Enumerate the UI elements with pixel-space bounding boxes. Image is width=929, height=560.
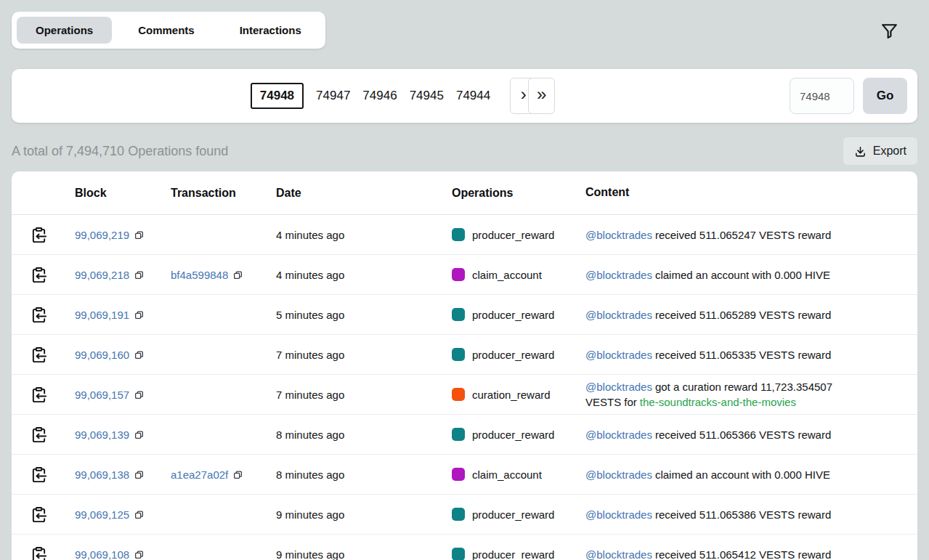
operation-details-button[interactable] xyxy=(31,545,47,560)
last-page-button[interactable]: » xyxy=(528,78,555,114)
block-link[interactable]: 99,069,160 xyxy=(75,349,129,361)
copy-icon[interactable] xyxy=(233,470,243,479)
table-row: 99,069,139 8 minutes ago producer_reward… xyxy=(12,415,917,455)
block-link[interactable]: 99,069,219 xyxy=(75,229,129,241)
content-text: received 511.065289 VESTS reward xyxy=(655,309,831,321)
operation-type-swatch xyxy=(452,228,465,241)
operation-details-button[interactable] xyxy=(31,426,47,444)
table-row: 99,069,125 9 minutes ago producer_reward… xyxy=(12,495,917,535)
account-link[interactable]: @blocktrades xyxy=(585,429,652,441)
operation-type-label: producer_reward xyxy=(472,548,554,560)
operations-table: Block Transaction Date Operations Conten… xyxy=(12,171,917,560)
goto-page-input[interactable] xyxy=(790,78,854,114)
table-row: 99,069,157 7 minutes ago curation_reward… xyxy=(12,375,917,415)
content-text: received 511.065335 VESTS reward xyxy=(655,349,831,361)
table-row: 99,069,191 5 minutes ago producer_reward… xyxy=(12,295,917,335)
transaction-link[interactable]: bf4a599848 xyxy=(171,269,228,281)
page-button[interactable]: 74946 xyxy=(362,89,397,103)
page-button[interactable]: 74944 xyxy=(456,89,490,103)
table-row: 99,069,108 9 minutes ago producer_reward… xyxy=(12,535,917,560)
operation-details-button[interactable] xyxy=(31,506,47,524)
operation-type-label: producer_reward xyxy=(472,309,554,321)
operation-details-button[interactable] xyxy=(31,306,47,324)
clipboard-import-icon xyxy=(31,266,47,284)
operation-details-button[interactable] xyxy=(31,226,47,244)
operation-type-swatch xyxy=(452,268,465,281)
date-cell: 7 minutes ago xyxy=(276,389,452,401)
page: Operations Comments Interactions 74948 7… xyxy=(0,0,929,560)
tab-comments[interactable]: Comments xyxy=(119,17,214,44)
copy-icon[interactable] xyxy=(134,510,144,519)
content-cell: @blocktradesclaimed an account with 0.00… xyxy=(585,467,851,482)
table-row: 99,069,160 7 minutes ago producer_reward… xyxy=(12,335,917,375)
copy-icon[interactable] xyxy=(134,430,144,439)
clipboard-import-icon xyxy=(31,306,47,324)
header-transaction: Transaction xyxy=(171,187,276,200)
account-link[interactable]: @blocktrades xyxy=(585,381,652,393)
copy-icon[interactable] xyxy=(134,550,144,559)
account-link[interactable]: @blocktrades xyxy=(585,229,652,241)
block-link[interactable]: 99,069,157 xyxy=(75,389,129,401)
copy-icon[interactable] xyxy=(134,230,144,240)
date-cell: 9 minutes ago xyxy=(276,548,452,560)
block-link[interactable]: 99,069,108 xyxy=(75,548,129,560)
account-link[interactable]: @blocktrades xyxy=(585,468,652,481)
clipboard-import-icon xyxy=(31,506,47,524)
block-link[interactable]: 99,069,138 xyxy=(75,468,129,481)
date-cell: 7 minutes ago xyxy=(276,349,452,361)
copy-icon[interactable] xyxy=(134,270,144,280)
go-button[interactable]: Go xyxy=(863,78,907,114)
operation-details-button[interactable] xyxy=(31,466,47,484)
page-button[interactable]: 74947 xyxy=(316,89,350,103)
download-icon xyxy=(854,145,867,158)
goto-page-group: Go xyxy=(790,78,907,114)
date-cell: 5 minutes ago xyxy=(276,309,452,321)
copy-icon[interactable] xyxy=(134,390,144,399)
top-bar: Operations Comments Interactions xyxy=(12,12,917,49)
summary-row: A total of 7,494,710 Operations found Ex… xyxy=(12,137,917,165)
filter-button[interactable] xyxy=(880,22,898,42)
account-link[interactable]: @blocktrades xyxy=(585,349,652,361)
clipboard-import-icon xyxy=(31,545,47,560)
content-cell: @blocktradesgot a curation reward 11,723… xyxy=(585,379,851,410)
content-text: received 511.065386 VESTS reward xyxy=(655,508,831,521)
operation-details-button[interactable] xyxy=(31,346,47,364)
block-link[interactable]: 99,069,191 xyxy=(75,309,129,321)
content-cell: @blocktradesreceived 511.065247 VESTS re… xyxy=(585,227,851,243)
date-cell: 4 minutes ago xyxy=(276,229,452,241)
operation-type-label: producer_reward xyxy=(472,429,554,441)
operation-type-swatch xyxy=(452,388,465,401)
account-link[interactable]: @blocktrades xyxy=(585,269,652,281)
page-button-current[interactable]: 74948 xyxy=(251,83,304,109)
block-link[interactable]: 99,069,139 xyxy=(75,429,129,441)
content-cell: @blocktradesreceived 511.065335 VESTS re… xyxy=(585,347,851,362)
page-button[interactable]: 74945 xyxy=(410,89,444,103)
account-link[interactable]: @blocktrades xyxy=(585,548,652,560)
clipboard-import-icon xyxy=(31,226,47,244)
account-link[interactable]: @blocktrades xyxy=(585,508,652,521)
transaction-link[interactable]: a1ea27a02f xyxy=(171,468,228,481)
tab-operations[interactable]: Operations xyxy=(17,17,112,44)
operation-type-label: producer_reward xyxy=(472,229,554,241)
tab-interactions[interactable]: Interactions xyxy=(221,17,320,44)
operation-type-swatch xyxy=(452,548,465,560)
export-button[interactable]: Export xyxy=(843,137,917,165)
total-operations-text: A total of 7,494,710 Operations found xyxy=(12,144,228,159)
copy-icon[interactable] xyxy=(134,350,144,360)
content-text: claimed an account with 0.000 HIVE xyxy=(655,468,830,481)
operation-details-button[interactable] xyxy=(31,386,47,404)
operation-type-swatch xyxy=(452,428,465,441)
copy-icon[interactable] xyxy=(134,470,144,479)
copy-icon[interactable] xyxy=(134,310,144,320)
clipboard-import-icon xyxy=(31,426,47,444)
account-link[interactable]: @blocktrades xyxy=(585,309,652,321)
copy-icon[interactable] xyxy=(233,270,243,280)
block-link[interactable]: 99,069,125 xyxy=(75,508,129,521)
post-link[interactable]: the-soundtracks-and-the-movies xyxy=(640,396,796,408)
content-text: received 511.065247 VESTS reward xyxy=(655,229,831,241)
content-cell: @blocktradesreceived 511.065289 VESTS re… xyxy=(585,307,851,322)
block-link[interactable]: 99,069,218 xyxy=(75,269,129,281)
header-content: Content xyxy=(585,184,851,200)
operation-details-button[interactable] xyxy=(31,266,47,284)
header-date: Date xyxy=(276,187,452,200)
